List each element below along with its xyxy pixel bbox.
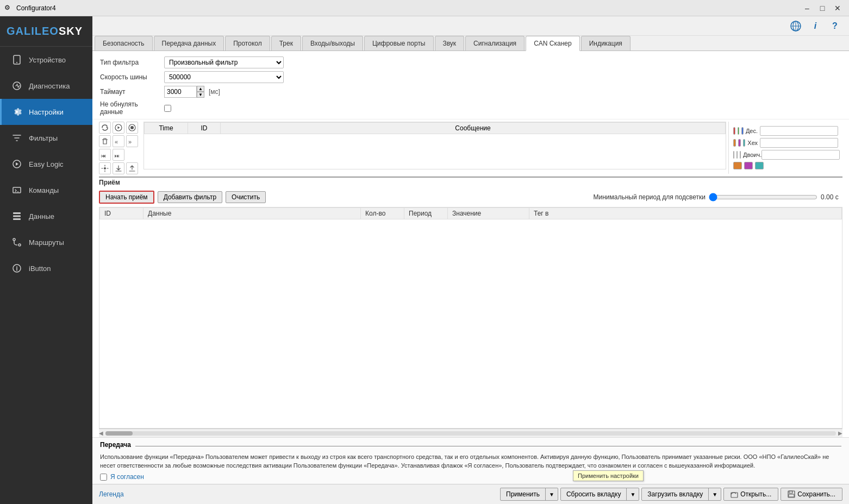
delete-button[interactable] (99, 135, 111, 147)
color-swatch-orange-1[interactable] (733, 139, 736, 147)
col-period: Период (404, 208, 448, 219)
info-button[interactable]: i (808, 18, 823, 34)
filter-type-select[interactable]: Произвольный фильтр (164, 56, 284, 68)
sidebar-item-commands[interactable]: Команды (0, 177, 92, 203)
apply-button[interactable]: Применить (501, 488, 546, 500)
download-button[interactable] (113, 162, 124, 174)
color-swatch-cyan-1[interactable] (743, 139, 746, 147)
col-id: ID (100, 208, 143, 219)
sidebar-item-easy-logic[interactable]: Easy Logic (0, 151, 92, 177)
stepper-down[interactable]: ▼ (197, 92, 204, 98)
svg-text:⏭: ⏭ (115, 153, 120, 159)
content-area: i ? Безопасность Передача данных Протоко… (92, 16, 849, 504)
svg-text:»: » (128, 138, 132, 145)
help-button[interactable]: ? (827, 18, 842, 34)
last-button[interactable]: ⏭ (113, 149, 124, 161)
color-swatch-red-1[interactable] (733, 127, 735, 135)
load-tab-button[interactable]: Загрузить вкладку (642, 488, 709, 500)
dec-label: Дес. (746, 128, 758, 134)
color-swatch-cyan-2[interactable] (755, 162, 764, 169)
consent-label[interactable]: Я согласен (110, 473, 144, 481)
timeout-label: Таймаут (100, 88, 160, 96)
sidebar-item-settings[interactable]: Настройки (0, 99, 92, 125)
bus-speed-select[interactable]: 500000 (164, 71, 284, 83)
filter-type-row: Тип фильтра Произвольный фильтр (100, 56, 841, 68)
no-reset-label: Не обнулять данные (100, 100, 160, 116)
tab-digital-ports[interactable]: Цифровые порты (364, 36, 434, 51)
start-recv-button[interactable]: Начать приём (99, 191, 154, 204)
tab-can-scanner[interactable]: CAN Сканер (526, 36, 580, 51)
commands-icon (10, 184, 23, 197)
tab-alarm[interactable]: Сигнализация (465, 36, 525, 51)
period-slider[interactable] (709, 193, 817, 201)
filter-type-label: Тип фильтра (100, 59, 160, 66)
save-button[interactable]: Сохранить... (781, 488, 842, 501)
sidebar-item-ibutton[interactable]: iButton (0, 255, 92, 281)
upload-button[interactable] (126, 162, 138, 174)
consent-checkbox[interactable] (100, 474, 107, 481)
prev-button[interactable]: « (113, 135, 124, 147)
h-scrollbar[interactable]: ◀ ▶ (99, 429, 842, 437)
open-button[interactable]: Открыть... (723, 488, 778, 501)
scanner-toolbar: « » ⏮ ⏭ (92, 119, 849, 177)
sidebar-item-diagnostics[interactable]: Диагностика (0, 73, 92, 99)
first-button[interactable]: ⏮ (99, 149, 111, 161)
color-row-1: Дес. (733, 126, 838, 136)
color-row-4 (733, 162, 838, 169)
priem-section: Приём Начать приём Добавить фильтр Очист… (92, 177, 849, 207)
color-swatch-blue-1[interactable] (741, 127, 744, 135)
sidebar-item-label-ibutton: iButton (29, 264, 51, 273)
tab-io[interactable]: Входы/выходы (302, 36, 363, 51)
stepper-buttons: ▲ ▼ (197, 86, 204, 98)
refresh-button[interactable] (99, 122, 111, 134)
timeout-row: Таймаут ▲ ▼ [мс] (100, 86, 841, 98)
stepper-up[interactable]: ▲ (197, 86, 204, 92)
color-swatch-purple-2[interactable] (744, 162, 753, 169)
tab-indication[interactable]: Индикация (581, 36, 630, 51)
sidebar-item-label-commands: Команды (29, 186, 59, 194)
sidebar-item-filters[interactable]: Фильтры (0, 125, 92, 151)
settings2-button[interactable] (99, 162, 111, 174)
reset-tab-dropdown-arrow[interactable]: ▼ (627, 488, 639, 500)
hex-input[interactable] (760, 138, 838, 148)
sidebar-item-data[interactable]: Данные (0, 203, 92, 229)
color-swatch-purple-1[interactable] (738, 139, 741, 147)
dec-input[interactable] (760, 126, 838, 136)
tab-security[interactable]: Безопасность (95, 36, 153, 51)
globe-button[interactable] (788, 18, 803, 34)
sidebar-item-device[interactable]: Устройство (0, 47, 92, 73)
minimize-button[interactable]: – (800, 3, 814, 14)
play-button[interactable] (113, 122, 124, 134)
svg-point-8 (13, 238, 15, 241)
next-button[interactable]: » (126, 135, 138, 147)
main-layout: GALILEOSKY Устройство Диагностика (0, 16, 849, 504)
timeout-input[interactable] (164, 86, 197, 98)
color-swatch-green-1[interactable] (738, 127, 740, 135)
sidebar-item-routes[interactable]: Маршруты (0, 229, 92, 255)
timeout-unit: [мс] (209, 88, 220, 96)
sidebar: GALILEOSKY Устройство Диагностика (0, 16, 92, 504)
color-swatch-green-2[interactable] (736, 151, 738, 159)
sidebar-logo: GALILEOSKY (0, 16, 92, 47)
add-filter-button[interactable]: Добавить фильтр (158, 191, 222, 203)
legend-link[interactable]: Легенда (99, 490, 124, 498)
close-button[interactable]: ✕ (831, 3, 845, 14)
color-row-2: Хех (733, 138, 838, 148)
reset-tab-button[interactable]: Сбросить вкладку (561, 488, 627, 500)
load-tab-dropdown-arrow[interactable]: ▼ (709, 488, 721, 500)
stop-button[interactable] (126, 122, 138, 134)
color-swatch-blue-2[interactable] (740, 151, 741, 159)
no-reset-checkbox[interactable] (164, 105, 171, 112)
tab-sound[interactable]: Звук (435, 36, 465, 51)
tab-protocol[interactable]: Протокол (225, 36, 270, 51)
tab-data-transfer[interactable]: Передача данных (154, 36, 224, 51)
maximize-button[interactable]: □ (815, 3, 829, 14)
no-reset-row: Не обнулять данные (100, 100, 841, 116)
tab-track[interactable]: Трек (271, 36, 301, 51)
color-swatch-orange-2[interactable] (733, 162, 742, 169)
clear-button[interactable]: Очистить (226, 191, 266, 203)
bin-input[interactable] (761, 150, 840, 160)
apply-dropdown-arrow[interactable]: ▼ (546, 488, 558, 500)
color-swatch-red-2[interactable] (733, 151, 734, 159)
bus-speed-row: Скорость шины 500000 (100, 71, 841, 83)
